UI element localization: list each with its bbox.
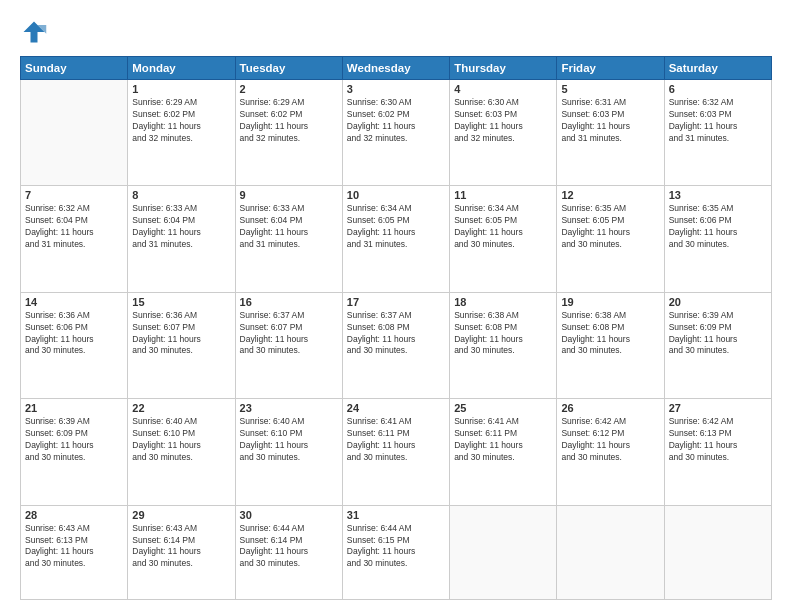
day-number: 31: [347, 509, 445, 521]
day-info: Sunrise: 6:36 AM Sunset: 6:07 PM Dayligh…: [132, 310, 230, 358]
day-number: 28: [25, 509, 123, 521]
calendar-header-saturday: Saturday: [664, 57, 771, 80]
day-number: 4: [454, 83, 552, 95]
day-info: Sunrise: 6:37 AM Sunset: 6:08 PM Dayligh…: [347, 310, 445, 358]
calendar-week-row: 28Sunrise: 6:43 AM Sunset: 6:13 PM Dayli…: [21, 505, 772, 599]
day-number: 11: [454, 189, 552, 201]
calendar-week-row: 1Sunrise: 6:29 AM Sunset: 6:02 PM Daylig…: [21, 80, 772, 186]
calendar-header-sunday: Sunday: [21, 57, 128, 80]
day-info: Sunrise: 6:44 AM Sunset: 6:15 PM Dayligh…: [347, 523, 445, 571]
calendar-cell: [557, 505, 664, 599]
day-info: Sunrise: 6:42 AM Sunset: 6:12 PM Dayligh…: [561, 416, 659, 464]
day-number: 25: [454, 402, 552, 414]
calendar-cell: 7Sunrise: 6:32 AM Sunset: 6:04 PM Daylig…: [21, 186, 128, 292]
calendar-cell: 21Sunrise: 6:39 AM Sunset: 6:09 PM Dayli…: [21, 399, 128, 505]
day-number: 26: [561, 402, 659, 414]
day-number: 12: [561, 189, 659, 201]
day-info: Sunrise: 6:44 AM Sunset: 6:14 PM Dayligh…: [240, 523, 338, 571]
day-number: 6: [669, 83, 767, 95]
day-info: Sunrise: 6:31 AM Sunset: 6:03 PM Dayligh…: [561, 97, 659, 145]
day-number: 27: [669, 402, 767, 414]
day-info: Sunrise: 6:35 AM Sunset: 6:06 PM Dayligh…: [669, 203, 767, 251]
calendar-cell: 22Sunrise: 6:40 AM Sunset: 6:10 PM Dayli…: [128, 399, 235, 505]
day-number: 17: [347, 296, 445, 308]
day-info: Sunrise: 6:38 AM Sunset: 6:08 PM Dayligh…: [454, 310, 552, 358]
calendar-header-wednesday: Wednesday: [342, 57, 449, 80]
logo: [20, 18, 52, 46]
calendar-cell: [21, 80, 128, 186]
calendar-cell: 12Sunrise: 6:35 AM Sunset: 6:05 PM Dayli…: [557, 186, 664, 292]
day-number: 14: [25, 296, 123, 308]
calendar-cell: 17Sunrise: 6:37 AM Sunset: 6:08 PM Dayli…: [342, 292, 449, 398]
calendar-cell: 20Sunrise: 6:39 AM Sunset: 6:09 PM Dayli…: [664, 292, 771, 398]
day-number: 22: [132, 402, 230, 414]
calendar-week-row: 7Sunrise: 6:32 AM Sunset: 6:04 PM Daylig…: [21, 186, 772, 292]
day-number: 10: [347, 189, 445, 201]
day-number: 29: [132, 509, 230, 521]
day-info: Sunrise: 6:30 AM Sunset: 6:03 PM Dayligh…: [454, 97, 552, 145]
calendar-cell: 16Sunrise: 6:37 AM Sunset: 6:07 PM Dayli…: [235, 292, 342, 398]
day-number: 8: [132, 189, 230, 201]
day-info: Sunrise: 6:41 AM Sunset: 6:11 PM Dayligh…: [347, 416, 445, 464]
calendar-cell: 3Sunrise: 6:30 AM Sunset: 6:02 PM Daylig…: [342, 80, 449, 186]
calendar-header-tuesday: Tuesday: [235, 57, 342, 80]
day-number: 18: [454, 296, 552, 308]
day-number: 2: [240, 83, 338, 95]
calendar-cell: 10Sunrise: 6:34 AM Sunset: 6:05 PM Dayli…: [342, 186, 449, 292]
calendar-cell: 4Sunrise: 6:30 AM Sunset: 6:03 PM Daylig…: [450, 80, 557, 186]
day-number: 15: [132, 296, 230, 308]
header: [20, 18, 772, 46]
day-number: 9: [240, 189, 338, 201]
day-number: 21: [25, 402, 123, 414]
day-info: Sunrise: 6:40 AM Sunset: 6:10 PM Dayligh…: [240, 416, 338, 464]
day-info: Sunrise: 6:42 AM Sunset: 6:13 PM Dayligh…: [669, 416, 767, 464]
day-info: Sunrise: 6:32 AM Sunset: 6:03 PM Dayligh…: [669, 97, 767, 145]
day-number: 23: [240, 402, 338, 414]
calendar-cell: 25Sunrise: 6:41 AM Sunset: 6:11 PM Dayli…: [450, 399, 557, 505]
calendar-cell: 27Sunrise: 6:42 AM Sunset: 6:13 PM Dayli…: [664, 399, 771, 505]
calendar-cell: 18Sunrise: 6:38 AM Sunset: 6:08 PM Dayli…: [450, 292, 557, 398]
calendar-cell: 28Sunrise: 6:43 AM Sunset: 6:13 PM Dayli…: [21, 505, 128, 599]
day-number: 1: [132, 83, 230, 95]
calendar-cell: 23Sunrise: 6:40 AM Sunset: 6:10 PM Dayli…: [235, 399, 342, 505]
day-number: 16: [240, 296, 338, 308]
day-info: Sunrise: 6:38 AM Sunset: 6:08 PM Dayligh…: [561, 310, 659, 358]
calendar-cell: 26Sunrise: 6:42 AM Sunset: 6:12 PM Dayli…: [557, 399, 664, 505]
calendar-cell: [664, 505, 771, 599]
calendar-cell: 29Sunrise: 6:43 AM Sunset: 6:14 PM Dayli…: [128, 505, 235, 599]
day-info: Sunrise: 6:33 AM Sunset: 6:04 PM Dayligh…: [132, 203, 230, 251]
page: SundayMondayTuesdayWednesdayThursdayFrid…: [0, 0, 792, 612]
calendar-cell: 9Sunrise: 6:33 AM Sunset: 6:04 PM Daylig…: [235, 186, 342, 292]
day-number: 5: [561, 83, 659, 95]
calendar-cell: 15Sunrise: 6:36 AM Sunset: 6:07 PM Dayli…: [128, 292, 235, 398]
calendar-cell: 5Sunrise: 6:31 AM Sunset: 6:03 PM Daylig…: [557, 80, 664, 186]
day-info: Sunrise: 6:34 AM Sunset: 6:05 PM Dayligh…: [454, 203, 552, 251]
day-info: Sunrise: 6:43 AM Sunset: 6:14 PM Dayligh…: [132, 523, 230, 571]
day-info: Sunrise: 6:30 AM Sunset: 6:02 PM Dayligh…: [347, 97, 445, 145]
calendar-cell: 14Sunrise: 6:36 AM Sunset: 6:06 PM Dayli…: [21, 292, 128, 398]
calendar-table: SundayMondayTuesdayWednesdayThursdayFrid…: [20, 56, 772, 600]
day-info: Sunrise: 6:29 AM Sunset: 6:02 PM Dayligh…: [132, 97, 230, 145]
day-number: 30: [240, 509, 338, 521]
day-number: 3: [347, 83, 445, 95]
day-info: Sunrise: 6:33 AM Sunset: 6:04 PM Dayligh…: [240, 203, 338, 251]
calendar-cell: 31Sunrise: 6:44 AM Sunset: 6:15 PM Dayli…: [342, 505, 449, 599]
calendar-cell: 30Sunrise: 6:44 AM Sunset: 6:14 PM Dayli…: [235, 505, 342, 599]
day-info: Sunrise: 6:40 AM Sunset: 6:10 PM Dayligh…: [132, 416, 230, 464]
calendar-cell: 2Sunrise: 6:29 AM Sunset: 6:02 PM Daylig…: [235, 80, 342, 186]
day-info: Sunrise: 6:29 AM Sunset: 6:02 PM Dayligh…: [240, 97, 338, 145]
day-number: 13: [669, 189, 767, 201]
calendar-header-row: SundayMondayTuesdayWednesdayThursdayFrid…: [21, 57, 772, 80]
calendar-cell: 8Sunrise: 6:33 AM Sunset: 6:04 PM Daylig…: [128, 186, 235, 292]
day-info: Sunrise: 6:35 AM Sunset: 6:05 PM Dayligh…: [561, 203, 659, 251]
calendar-cell: 6Sunrise: 6:32 AM Sunset: 6:03 PM Daylig…: [664, 80, 771, 186]
day-number: 7: [25, 189, 123, 201]
logo-icon: [20, 18, 48, 46]
day-number: 24: [347, 402, 445, 414]
calendar-cell: 19Sunrise: 6:38 AM Sunset: 6:08 PM Dayli…: [557, 292, 664, 398]
day-info: Sunrise: 6:39 AM Sunset: 6:09 PM Dayligh…: [25, 416, 123, 464]
calendar-week-row: 14Sunrise: 6:36 AM Sunset: 6:06 PM Dayli…: [21, 292, 772, 398]
day-info: Sunrise: 6:43 AM Sunset: 6:13 PM Dayligh…: [25, 523, 123, 571]
day-info: Sunrise: 6:39 AM Sunset: 6:09 PM Dayligh…: [669, 310, 767, 358]
day-info: Sunrise: 6:37 AM Sunset: 6:07 PM Dayligh…: [240, 310, 338, 358]
